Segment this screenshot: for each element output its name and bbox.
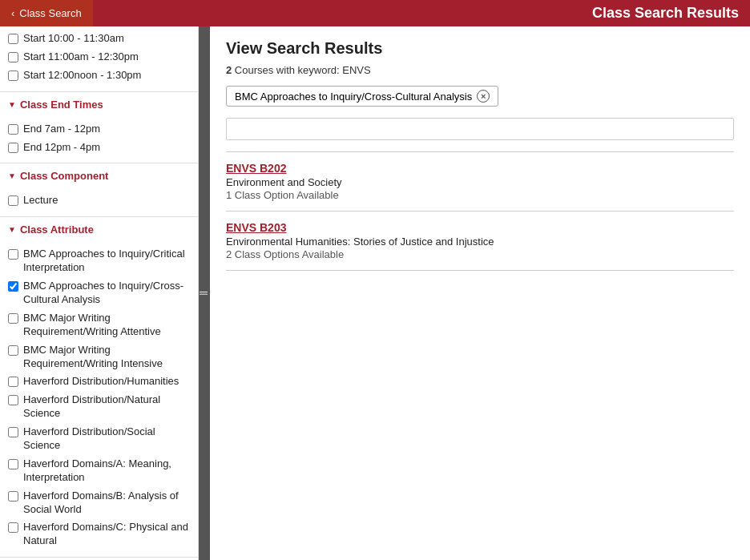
start-1100-checkbox[interactable]	[8, 52, 18, 62]
section-class-component: ▼ Class Component Lecture	[0, 163, 198, 217]
bmc-major-attentive-label[interactable]: BMC Major Writing Requirement/Writing At…	[23, 312, 190, 339]
list-item: BMC Approaches to Inquiry/Critical Inter…	[8, 245, 190, 277]
list-item: Haverford Domains/B: Analysis of Social …	[8, 487, 190, 519]
list-item: Start 11:00am - 12:30pm	[8, 48, 190, 66]
collapse-panel-handle[interactable]: ||	[199, 26, 210, 560]
list-item: End 7am - 12pm	[8, 120, 190, 139]
haverford-meaning-label[interactable]: Haverford Domains/A: Meaning, Interpreta…	[23, 457, 190, 485]
bmc-major-intensive-checkbox[interactable]	[8, 345, 18, 356]
results-count: 2 Courses with keyword: ENVS	[226, 64, 734, 76]
section-class-attribute: ▼ Class Attribute BMC Approaches to Inqu…	[0, 217, 198, 558]
list-item: Haverford Distribution/Humanities	[8, 373, 190, 391]
end-12pm-label[interactable]: End 12pm - 4pm	[23, 141, 100, 155]
haverford-social-checkbox[interactable]	[8, 427, 18, 437]
start-1200-checkbox[interactable]	[8, 71, 18, 81]
page-header-title: Class Search Results	[93, 5, 750, 22]
start-times-items: Start 10:00 - 11:30am Start 11:00am - 12…	[0, 26, 198, 91]
list-item: Haverford Domains/C: Physical and Natura…	[8, 518, 190, 550]
app-header: ‹ Class Search Class Search Results	[0, 0, 750, 26]
haverford-natural-label[interactable]: Haverford Distribution/Natural Science	[23, 393, 190, 421]
lecture-checkbox[interactable]	[8, 195, 18, 206]
class-attribute-label: Class Attribute	[20, 224, 94, 236]
course-name: Environment and Society	[226, 176, 734, 188]
back-button-label: Class Search	[19, 7, 81, 19]
list-item: End 12pm - 4pm	[8, 139, 190, 157]
list-item: BMC Major Writing Requirement/Writing In…	[8, 341, 190, 373]
back-arrow-icon: ‹	[11, 7, 14, 19]
main-layout: Start 10:00 - 11:30am Start 11:00am - 12…	[0, 26, 750, 560]
haverford-analysis-checkbox[interactable]	[8, 491, 18, 502]
list-item: Lecture	[8, 191, 190, 210]
haverford-physical-checkbox[interactable]	[8, 522, 18, 533]
section-end-times: ▼ Class End Times End 7am - 12pm End 12p…	[0, 92, 198, 164]
bmc-inquiry-crosscultural-label[interactable]: BMC Approaches to Inquiry/Cross-Cultural…	[23, 280, 190, 307]
haverford-social-label[interactable]: Haverford Distribution/Social Science	[23, 425, 190, 453]
haverford-meaning-checkbox[interactable]	[8, 459, 18, 469]
start-1000-checkbox[interactable]	[8, 34, 18, 44]
results-pane: View Search Results 2 Courses with keywo…	[210, 26, 750, 560]
lecture-label[interactable]: Lecture	[23, 194, 58, 207]
section-start-times: Start 10:00 - 11:30am Start 11:00am - 12…	[0, 26, 198, 92]
haverford-physical-label[interactable]: Haverford Domains/C: Physical and Natura…	[23, 521, 190, 548]
haverford-natural-checkbox[interactable]	[8, 395, 18, 405]
end-7am-checkbox[interactable]	[8, 124, 18, 135]
results-count-suffix: Courses with keyword: ENVS	[232, 64, 370, 76]
course-options: 1 Class Option Available	[226, 189, 734, 201]
bmc-major-attentive-checkbox[interactable]	[8, 313, 18, 324]
end-times-label: Class End Times	[20, 99, 103, 111]
class-attribute-header[interactable]: ▼ Class Attribute	[0, 217, 198, 242]
remove-filter-icon[interactable]: ×	[477, 90, 490, 103]
class-attribute-arrow-icon: ▼	[8, 225, 16, 234]
end-times-items: End 7am - 12pm End 12pm - 4pm	[0, 117, 198, 163]
sidebar-panel: Start 10:00 - 11:30am Start 11:00am - 12…	[0, 26, 199, 560]
collapse-icon: ||	[200, 291, 209, 296]
haverford-humanities-checkbox[interactable]	[8, 377, 18, 387]
haverford-humanities-label[interactable]: Haverford Distribution/Humanities	[23, 375, 179, 389]
list-item: BMC Approaches to Inquiry/Cross-Cultural…	[8, 277, 190, 309]
bmc-major-intensive-label[interactable]: BMC Major Writing Requirement/Writing In…	[23, 344, 190, 371]
list-item: Haverford Distribution/Natural Science	[8, 391, 190, 423]
table-row: ENVS B203 Environmental Humanities: Stor…	[226, 211, 734, 271]
list-item: Start 12:00noon - 1:30pm	[8, 66, 190, 85]
class-component-label: Class Component	[20, 170, 109, 182]
end-7am-label[interactable]: End 7am - 12pm	[23, 123, 100, 136]
class-component-header[interactable]: ▼ Class Component	[0, 163, 198, 188]
end-times-arrow-icon: ▼	[8, 100, 16, 109]
active-filter-tag[interactable]: BMC Approaches to Inquiry/Cross-Cultural…	[226, 86, 498, 107]
class-attribute-items: BMC Approaches to Inquiry/Critical Inter…	[0, 242, 198, 557]
bmc-inquiry-crosscultural-checkbox[interactable]	[8, 281, 18, 292]
active-filter-label: BMC Approaches to Inquiry/Cross-Cultural…	[235, 91, 472, 103]
class-component-items: Lecture	[0, 188, 198, 216]
list-item: Start 10:00 - 11:30am	[8, 30, 190, 48]
table-row: ENVS B202 Environment and Society 1 Clas…	[226, 151, 734, 211]
bmc-inquiry-critical-label[interactable]: BMC Approaches to Inquiry/Critical Inter…	[23, 248, 190, 275]
class-component-arrow-icon: ▼	[8, 171, 16, 180]
list-item: BMC Major Writing Requirement/Writing At…	[8, 309, 190, 341]
start-1200-label[interactable]: Start 12:00noon - 1:30pm	[23, 69, 141, 83]
bmc-inquiry-critical-checkbox[interactable]	[8, 249, 18, 260]
course-code-link[interactable]: ENVS B202	[226, 162, 734, 175]
start-1100-label[interactable]: Start 11:00am - 12:30pm	[23, 50, 139, 64]
end-12pm-checkbox[interactable]	[8, 143, 18, 153]
start-1000-label[interactable]: Start 10:00 - 11:30am	[23, 32, 124, 46]
search-box[interactable]	[226, 118, 734, 140]
haverford-analysis-label[interactable]: Haverford Domains/B: Analysis of Social …	[23, 489, 190, 517]
list-item: Haverford Distribution/Social Science	[8, 423, 190, 455]
course-code-link[interactable]: ENVS B203	[226, 221, 734, 234]
back-button[interactable]: ‹ Class Search	[0, 0, 93, 26]
results-title: View Search Results	[226, 39, 734, 58]
list-item: Haverford Domains/A: Meaning, Interpreta…	[8, 455, 190, 487]
course-options: 2 Class Options Available	[226, 248, 734, 260]
end-times-header[interactable]: ▼ Class End Times	[0, 92, 198, 117]
course-name: Environmental Humanities: Stories of Jus…	[226, 236, 734, 248]
